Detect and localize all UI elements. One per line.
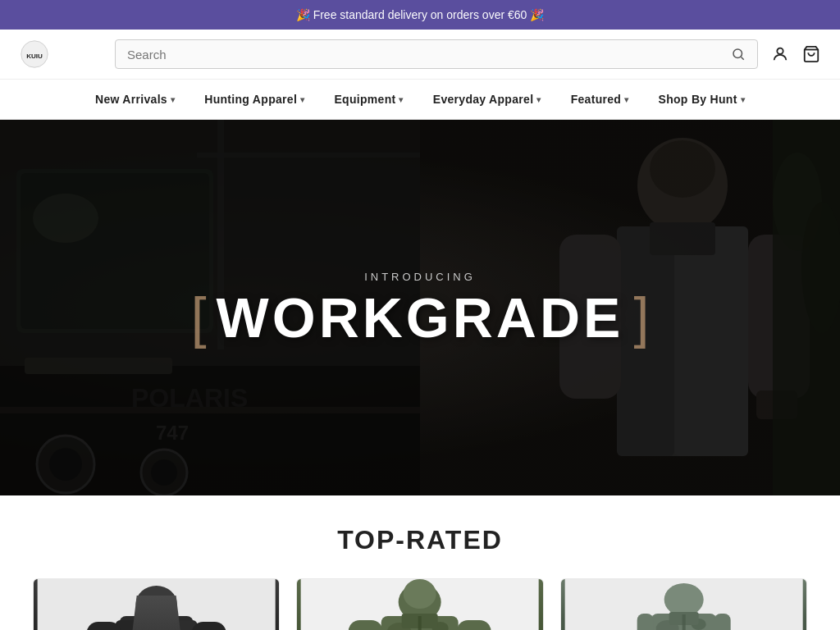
cart-button[interactable]: [802, 45, 820, 63]
chevron-down-icon: ▾: [536, 95, 541, 104]
svg-text:KUIU: KUIU: [26, 52, 43, 60]
nav-item-new-arrivals[interactable]: New Arrivals ▾: [80, 80, 189, 119]
product-thumb-2: [297, 579, 542, 630]
product-image-2: [297, 579, 542, 630]
svg-point-45: [404, 579, 436, 609]
chevron-down-icon: ▾: [300, 95, 304, 104]
svg-rect-56: [418, 616, 422, 630]
search-icon: [731, 47, 746, 62]
account-button[interactable]: [771, 45, 789, 63]
nav-label-shop-by-hunt: Shop By Hunt: [659, 93, 737, 106]
nav-label-new-arrivals: New Arrivals: [95, 93, 167, 106]
hero-title-wrapper: [ WORKGRADE ]: [191, 290, 650, 345]
hero-bracket-right: ]: [633, 290, 649, 345]
cart-icon: [802, 45, 820, 63]
nav-label-everyday-apparel: Everyday Apparel: [433, 93, 534, 106]
nav-item-everyday-apparel[interactable]: Everyday Apparel ▾: [418, 80, 556, 119]
product-card-1[interactable]: KUIU: [33, 578, 280, 630]
hero-section: POLARIS 747 IN: [0, 120, 840, 495]
nav-label-equipment: Equipment: [334, 93, 395, 106]
hero-content: INTRODUCING [ WORKGRADE ]: [191, 271, 650, 345]
svg-point-2: [733, 49, 742, 58]
product-image-3: [561, 579, 806, 630]
logo[interactable]: KUIU: [20, 39, 102, 69]
product-image-1: KUIU: [34, 579, 279, 630]
product-card-2[interactable]: [296, 578, 543, 630]
nav-item-equipment[interactable]: Equipment ▾: [319, 80, 418, 119]
svg-rect-66: [637, 614, 653, 630]
svg-rect-39: [140, 614, 173, 630]
chevron-down-icon: ▾: [399, 95, 403, 104]
hero-main-title: WORKGRADE: [217, 290, 624, 345]
nav-label-hunting-apparel: Hunting Apparel: [204, 93, 297, 106]
nav-item-shop-by-hunt[interactable]: Shop By Hunt ▾: [644, 80, 760, 119]
announcement-bar: 🎉 Free standard delivery on orders over …: [0, 0, 840, 30]
svg-point-35: [136, 586, 177, 622]
chevron-down-icon: ▾: [171, 95, 175, 104]
svg-point-4: [777, 48, 783, 54]
logo-icon: KUIU: [20, 39, 49, 69]
search-input[interactable]: [127, 48, 724, 62]
top-rated-section: TOP-RATED KUIU: [0, 495, 840, 630]
product-thumb-3: [561, 579, 806, 630]
nav-item-featured[interactable]: Featured ▾: [556, 80, 644, 119]
hero-introducing-label: INTRODUCING: [191, 271, 650, 283]
svg-point-58: [664, 583, 703, 616]
top-rated-title: TOP-RATED: [33, 525, 807, 555]
navigation: New Arrivals ▾ Hunting Apparel ▾ Equipme…: [0, 80, 840, 120]
header-actions: [771, 45, 820, 63]
search-bar: [115, 39, 758, 69]
search-button[interactable]: [731, 47, 746, 62]
nav-label-featured: Featured: [571, 93, 622, 106]
announcement-text: 🎉 Free standard delivery on orders over …: [296, 8, 544, 21]
product-card-3[interactable]: [560, 578, 807, 630]
product-thumb-1: KUIU: [34, 579, 279, 630]
chevron-down-icon: ▾: [741, 95, 745, 104]
svg-line-3: [741, 57, 743, 59]
hero-bracket-left: [: [191, 290, 207, 345]
svg-rect-68: [682, 614, 685, 630]
chevron-down-icon: ▾: [624, 95, 628, 104]
account-icon: [771, 45, 789, 63]
header: KUIU: [0, 30, 840, 80]
nav-item-hunting-apparel[interactable]: Hunting Apparel ▾: [189, 80, 319, 119]
products-grid: KUIU: [33, 578, 807, 630]
svg-rect-67: [714, 614, 730, 630]
